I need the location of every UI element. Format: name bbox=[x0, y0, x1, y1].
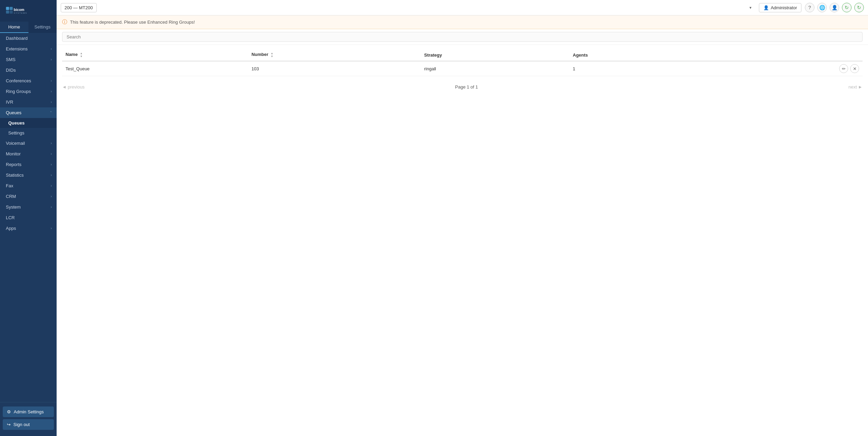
sidebar-item-apps[interactable]: Apps › bbox=[0, 223, 57, 234]
pagination: ◄ previous Page 1 of 1 next ► bbox=[57, 82, 868, 92]
sidebar-item-conferences[interactable]: Conferences › bbox=[0, 75, 57, 86]
sidebar-item-sms[interactable]: SMS › bbox=[0, 54, 57, 65]
sidebar-item-voicemail[interactable]: Voicemail › bbox=[0, 138, 57, 149]
sidebar-item-extensions[interactable]: Extensions › bbox=[0, 44, 57, 54]
sidebar-item-label: Reports bbox=[6, 162, 22, 167]
sign-out-button[interactable]: ↪ Sign out bbox=[3, 419, 54, 430]
sidebar-item-reports[interactable]: Reports › bbox=[0, 159, 57, 170]
sort-icon: ▲▼ bbox=[271, 52, 273, 58]
tab-settings[interactable]: Settings bbox=[28, 22, 57, 33]
sign-out-label: Sign out bbox=[13, 422, 30, 427]
chevron-right-icon: › bbox=[51, 163, 52, 166]
chevron-right-icon: › bbox=[51, 79, 52, 83]
sidebar-item-label: Conferences bbox=[6, 78, 31, 83]
topbar-icons: ? 🌐 👤 ↻ ↻ bbox=[805, 3, 864, 12]
svg-rect-0 bbox=[6, 7, 9, 10]
sidebar-item-label: Apps bbox=[6, 226, 16, 231]
column-actions bbox=[702, 49, 863, 61]
chevron-right-icon: › bbox=[51, 47, 52, 51]
sidebar-item-monitor[interactable]: Monitor › bbox=[0, 149, 57, 159]
column-number[interactable]: Number ▲▼ bbox=[248, 49, 421, 61]
chevron-right-icon: › bbox=[51, 141, 52, 145]
svg-text:SYSTEMS: SYSTEMS bbox=[14, 12, 27, 14]
help-icon-button[interactable]: ? bbox=[805, 3, 814, 12]
sidebar-subitem-queues[interactable]: Queues bbox=[0, 118, 57, 128]
sidebar-subitem-queues-settings[interactable]: Settings bbox=[0, 128, 57, 138]
table-header: Name ▲▼ Number ▲▼ Strategy Agents bbox=[62, 49, 863, 61]
cell-strategy: ringall bbox=[421, 61, 569, 76]
sidebar-item-label: Ring Groups bbox=[6, 89, 31, 94]
admin-settings-button[interactable]: ⚙ Admin Settings bbox=[3, 406, 54, 417]
sidebar-footer: ⚙ Admin Settings ↪ Sign out bbox=[0, 402, 57, 436]
sidebar-item-label: IVR bbox=[6, 99, 13, 105]
gear-icon: ⚙ bbox=[7, 409, 11, 414]
delete-button[interactable]: ✕ bbox=[850, 64, 859, 73]
previous-page-button[interactable]: ◄ previous bbox=[62, 84, 85, 90]
cell-number: 103 bbox=[248, 61, 421, 76]
tenant-select-wrapper: 200 — MT200 bbox=[61, 3, 755, 12]
administrator-button[interactable]: 👤 Administrator bbox=[759, 3, 801, 12]
search-input[interactable] bbox=[62, 32, 863, 42]
sidebar-item-label: Dashboard bbox=[6, 36, 28, 41]
tab-home[interactable]: Home bbox=[0, 22, 28, 33]
sidebar-item-system[interactable]: System › bbox=[0, 202, 57, 212]
sidebar-item-lcr[interactable]: LCR bbox=[0, 212, 57, 223]
page-info: Page 1 of 1 bbox=[455, 84, 478, 90]
sidebar-tabs: Home Settings bbox=[0, 22, 57, 33]
sidebar-item-fax[interactable]: Fax › bbox=[0, 180, 57, 191]
sidebar-item-crm[interactable]: CRM › bbox=[0, 191, 57, 202]
logo: bicom SYSTEMS bbox=[0, 0, 57, 22]
row-actions: ✏ ✕ bbox=[705, 64, 859, 73]
admin-settings-label: Admin Settings bbox=[14, 409, 44, 414]
chevron-right-icon: › bbox=[51, 184, 52, 188]
topbar: 200 — MT200 👤 Administrator ? 🌐 👤 ↻ ↻ bbox=[57, 0, 868, 15]
chevron-right-icon: › bbox=[51, 226, 52, 230]
sidebar-item-label: LCR bbox=[6, 215, 15, 220]
sidebar-item-ring-groups[interactable]: Ring Groups › bbox=[0, 86, 57, 97]
administrator-label: Administrator bbox=[771, 5, 797, 10]
sidebar-item-label: DIDs bbox=[6, 68, 16, 73]
refresh1-icon-button[interactable]: ↻ bbox=[842, 3, 852, 12]
chevron-right-icon: › bbox=[51, 100, 52, 104]
sidebar-item-label: SMS bbox=[6, 57, 15, 62]
refresh2-icon-button[interactable]: ↻ bbox=[854, 3, 864, 12]
sidebar-item-ivr[interactable]: IVR › bbox=[0, 97, 57, 107]
chevron-right-icon: › bbox=[51, 152, 52, 156]
cell-actions: ✏ ✕ bbox=[702, 61, 863, 76]
deprecation-banner: ⓘ This feature is deprecated. Please use… bbox=[57, 15, 868, 29]
sidebar: bicom SYSTEMS Home Settings Dashboard Ex… bbox=[0, 0, 57, 436]
sidebar-item-label: CRM bbox=[6, 194, 16, 199]
sidebar-item-dashboard[interactable]: Dashboard bbox=[0, 33, 57, 44]
sidebar-item-label: Monitor bbox=[6, 151, 21, 156]
table-body: Test_Queue 103 ringall 1 ✏ ✕ bbox=[62, 61, 863, 76]
edit-button[interactable]: ✏ bbox=[839, 64, 848, 73]
column-agents: Agents bbox=[570, 49, 702, 61]
sidebar-item-label: Voicemail bbox=[6, 141, 25, 146]
sidebar-item-dids[interactable]: DIDs bbox=[0, 65, 57, 75]
chevron-right-icon: › bbox=[51, 205, 52, 209]
next-page-button[interactable]: next ► bbox=[848, 84, 863, 90]
content-area: ⓘ This feature is deprecated. Please use… bbox=[57, 15, 868, 436]
svg-text:bicom: bicom bbox=[14, 8, 24, 12]
sidebar-item-statistics[interactable]: Statistics › bbox=[0, 170, 57, 180]
user-icon-button[interactable]: 👤 bbox=[830, 3, 839, 12]
sidebar-item-label: Queues bbox=[6, 110, 22, 115]
table-row: Test_Queue 103 ringall 1 ✏ ✕ bbox=[62, 61, 863, 76]
globe-icon-button[interactable]: 🌐 bbox=[817, 3, 827, 12]
sidebar-item-queues[interactable]: Queues ˅ bbox=[0, 107, 57, 118]
sidebar-item-label: System bbox=[6, 204, 21, 210]
column-name[interactable]: Name ▲▼ bbox=[62, 49, 248, 61]
deprecation-message: This feature is deprecated. Please use E… bbox=[70, 20, 195, 25]
column-strategy: Strategy bbox=[421, 49, 569, 61]
svg-rect-1 bbox=[10, 7, 13, 10]
cell-agents: 1 bbox=[570, 61, 702, 76]
main-content: 200 — MT200 👤 Administrator ? 🌐 👤 ↻ ↻ ⓘ … bbox=[57, 0, 868, 436]
chevron-down-icon: ˅ bbox=[50, 111, 52, 115]
sidebar-item-label: Statistics bbox=[6, 173, 24, 178]
chevron-right-icon: › bbox=[51, 195, 52, 198]
user-icon: 👤 bbox=[763, 5, 769, 10]
sort-icon: ▲▼ bbox=[80, 52, 83, 58]
search-bar bbox=[57, 29, 868, 45]
tenant-select[interactable]: 200 — MT200 bbox=[61, 3, 97, 12]
sidebar-nav: Dashboard Extensions › SMS › DIDs Confer… bbox=[0, 33, 57, 402]
